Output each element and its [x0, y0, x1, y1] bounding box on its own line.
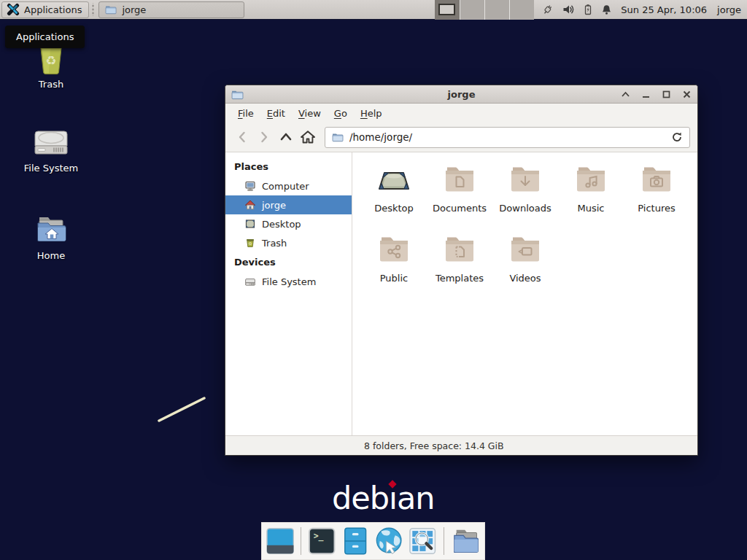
public-folder-icon	[376, 232, 411, 267]
applications-tooltip: Applications	[5, 26, 85, 48]
sidebar-item-label: Trash	[262, 238, 287, 249]
location-bar[interactable]: /home/jorge/	[325, 127, 690, 148]
folder-item-desktop[interactable]: Desktop	[361, 162, 427, 232]
menu-view[interactable]: View	[292, 105, 328, 122]
music-folder-icon	[573, 162, 608, 197]
desktop-special-icon	[376, 162, 411, 197]
folder-item-documents[interactable]: Documents	[427, 162, 492, 232]
menu-help[interactable]: Help	[354, 105, 389, 122]
sidebar-item-computer[interactable]: Computer	[225, 176, 352, 195]
status-text: 8 folders, Free space: 14.4 GiB	[364, 440, 504, 451]
desktop-icon	[244, 218, 256, 230]
minimize-button[interactable]	[641, 90, 651, 98]
back-button[interactable]	[231, 126, 253, 148]
sidebar-item-desktop[interactable]: Desktop	[225, 214, 352, 233]
workspace-3[interactable]	[484, 0, 509, 20]
xfce-logo-icon	[7, 3, 20, 16]
top-panel: Applications jorge	[0, 0, 747, 20]
folder-icon	[105, 4, 117, 15]
close-button[interactable]	[682, 90, 692, 98]
volume-icon[interactable]	[562, 4, 575, 15]
terminal-icon[interactable]: >_	[308, 526, 336, 556]
network-plug-icon[interactable]	[541, 4, 554, 15]
menu-edit[interactable]: Edit	[260, 105, 292, 122]
desktop-icon-label: File System	[11, 163, 91, 174]
panel-username[interactable]: jorge	[717, 4, 741, 15]
taskbar-window-label: jorge	[122, 4, 146, 15]
documents-folder-icon	[442, 162, 477, 197]
folder-item-public[interactable]: Public	[361, 232, 427, 302]
system-tray	[541, 4, 612, 15]
hard-drive-icon	[244, 276, 256, 287]
file-manager-icon[interactable]	[341, 526, 369, 556]
workspace-switcher	[435, 0, 534, 20]
sidebar-item-file-system[interactable]: File System	[225, 272, 352, 291]
toolbar: /home/jorge/	[225, 122, 697, 152]
app-finder-icon[interactable]	[409, 526, 436, 556]
svg-text:♻: ♻	[249, 241, 252, 246]
workspace-2[interactable]	[460, 0, 484, 20]
dock-separator	[444, 527, 444, 555]
sidebar-item-jorge[interactable]: jorge	[225, 195, 352, 214]
panel-clock[interactable]: Sun 25 Apr, 10:06	[621, 4, 707, 15]
sidebar-header-places: Places	[225, 157, 352, 176]
templates-folder-icon	[442, 232, 477, 267]
menu-go[interactable]: Go	[328, 105, 354, 122]
statusbar: 8 folders, Free space: 14.4 GiB	[225, 435, 697, 455]
panel-handle	[90, 3, 96, 16]
hard-drive-icon	[31, 124, 71, 159]
desktop-icon-home[interactable]: Home	[11, 211, 91, 261]
folder-view[interactable]: Desktop Documents	[352, 152, 697, 435]
folder-icon[interactable]	[451, 526, 480, 556]
workspace-4[interactable]	[509, 0, 534, 20]
folder-item-downloads[interactable]: Downloads	[492, 162, 558, 232]
desktop-icon-filesystem[interactable]: File System	[11, 124, 91, 174]
sidebar-item-label: jorge	[262, 200, 286, 211]
applications-menu-label: Applications	[24, 4, 82, 15]
folder-icon	[332, 132, 344, 142]
sidebar-item-label: File System	[262, 276, 316, 287]
svg-text:♻: ♻	[45, 53, 56, 68]
computer-icon	[244, 180, 256, 192]
folder-item-videos[interactable]: Videos	[492, 232, 558, 302]
downloads-folder-icon	[508, 162, 543, 197]
path-text[interactable]: /home/jorge/	[349, 131, 665, 143]
window-titlebar[interactable]: jorge	[225, 85, 697, 104]
dock-separator	[301, 527, 301, 555]
home-folder-icon	[34, 211, 69, 246]
web-browser-icon[interactable]	[374, 526, 403, 556]
file-manager-window: jorge File Edit View Go Help	[225, 85, 698, 456]
forward-button[interactable]	[253, 126, 275, 148]
sidebar: Places Computer jorge	[225, 152, 352, 435]
desktop-icon-label: Home	[11, 250, 91, 261]
reload-icon[interactable]	[671, 131, 683, 143]
notification-bell-icon[interactable]	[601, 4, 612, 15]
up-button[interactable]	[275, 126, 297, 148]
folder-item-pictures[interactable]: Pictures	[624, 162, 689, 232]
videos-folder-icon	[508, 232, 543, 267]
sidebar-item-label: Computer	[262, 181, 309, 192]
svg-text:>_: >_	[314, 531, 324, 542]
desktop-icon-label: Trash	[11, 79, 91, 90]
folder-item-templates[interactable]: Templates	[427, 232, 492, 302]
workspace-1[interactable]	[435, 0, 460, 20]
sidebar-item-trash[interactable]: ♻ Trash	[225, 233, 352, 252]
home-button[interactable]	[297, 126, 319, 148]
battery-icon[interactable]	[583, 4, 593, 15]
shade-button[interactable]	[621, 90, 630, 98]
folder-item-music[interactable]: Music	[558, 162, 624, 232]
menubar: File Edit View Go Help	[225, 104, 697, 122]
show-desktop-icon[interactable]	[266, 526, 294, 556]
sidebar-header-devices: Devices	[225, 252, 352, 272]
maximize-button[interactable]	[662, 90, 671, 98]
menu-file[interactable]: File	[231, 105, 260, 122]
home-icon	[244, 199, 256, 211]
trash-icon: ♻	[244, 237, 256, 249]
pictures-folder-icon	[639, 162, 674, 197]
debian-wordmark: debıan	[332, 480, 435, 516]
applications-menu-button[interactable]: Applications	[1, 1, 89, 18]
workspace-window-preview	[438, 4, 455, 15]
dock: >_	[261, 522, 485, 560]
sidebar-item-label: Desktop	[262, 219, 301, 230]
taskbar-window-button[interactable]: jorge	[98, 1, 244, 18]
